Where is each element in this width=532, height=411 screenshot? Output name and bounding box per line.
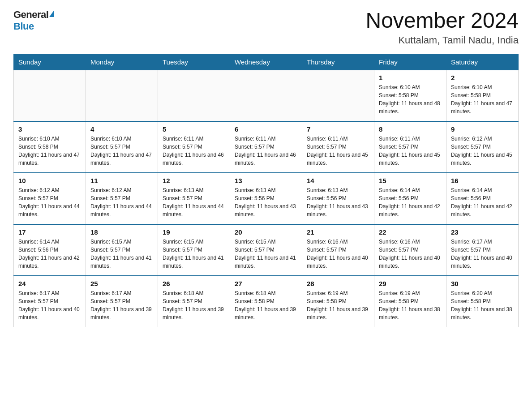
calendar-cell: 2Sunrise: 6:10 AMSunset: 5:58 PMDaylight… bbox=[446, 70, 519, 121]
day-info: Sunrise: 6:17 AMSunset: 5:57 PMDaylight:… bbox=[18, 289, 81, 321]
calendar-cell: 1Sunrise: 6:10 AMSunset: 5:58 PMDaylight… bbox=[374, 70, 446, 121]
day-info: Sunrise: 6:15 AMSunset: 5:57 PMDaylight:… bbox=[163, 238, 225, 270]
day-info: Sunrise: 6:12 AMSunset: 5:57 PMDaylight:… bbox=[90, 186, 153, 218]
calendar-cell: 8Sunrise: 6:11 AMSunset: 5:57 PMDaylight… bbox=[374, 121, 446, 173]
day-info: Sunrise: 6:10 AMSunset: 5:57 PMDaylight:… bbox=[90, 135, 153, 167]
calendar-cell: 6Sunrise: 6:11 AMSunset: 5:57 PMDaylight… bbox=[230, 121, 302, 173]
day-info: Sunrise: 6:14 AMSunset: 5:56 PMDaylight:… bbox=[379, 186, 442, 218]
day-number: 29 bbox=[379, 280, 442, 287]
day-info: Sunrise: 6:15 AMSunset: 5:57 PMDaylight:… bbox=[90, 238, 153, 270]
calendar-cell: 22Sunrise: 6:16 AMSunset: 5:57 PMDayligh… bbox=[374, 224, 446, 276]
day-number: 2 bbox=[451, 74, 514, 81]
calendar-cell: 30Sunrise: 6:20 AMSunset: 5:58 PMDayligh… bbox=[446, 276, 519, 327]
day-number: 8 bbox=[379, 125, 442, 133]
weekday-header-wednesday: Wednesday bbox=[230, 54, 302, 70]
calendar-cell: 10Sunrise: 6:12 AMSunset: 5:57 PMDayligh… bbox=[14, 173, 86, 224]
weekday-header-friday: Friday bbox=[374, 54, 446, 70]
day-info: Sunrise: 6:17 AMSunset: 5:57 PMDaylight:… bbox=[451, 238, 514, 270]
page-header: General Blue November 2024 Kuttalam, Tam… bbox=[13, 9, 519, 46]
weekday-header-tuesday: Tuesday bbox=[158, 54, 230, 70]
day-number: 7 bbox=[307, 125, 369, 133]
day-info: Sunrise: 6:20 AMSunset: 5:58 PMDaylight:… bbox=[451, 289, 514, 321]
day-number: 22 bbox=[379, 228, 442, 236]
day-number: 6 bbox=[235, 125, 297, 133]
day-number: 1 bbox=[379, 74, 442, 81]
weekday-header-row: SundayMondayTuesdayWednesdayThursdayFrid… bbox=[14, 54, 519, 70]
day-info: Sunrise: 6:11 AMSunset: 5:57 PMDaylight:… bbox=[307, 135, 369, 167]
logo-triangle-icon bbox=[49, 11, 54, 17]
calendar-cell bbox=[86, 70, 158, 121]
calendar-cell: 11Sunrise: 6:12 AMSunset: 5:57 PMDayligh… bbox=[86, 173, 158, 224]
day-number: 3 bbox=[18, 125, 81, 133]
day-info: Sunrise: 6:13 AMSunset: 5:56 PMDaylight:… bbox=[235, 186, 297, 218]
calendar-week-4: 17Sunrise: 6:14 AMSunset: 5:56 PMDayligh… bbox=[14, 224, 519, 276]
day-number: 25 bbox=[90, 280, 153, 287]
calendar-cell: 14Sunrise: 6:13 AMSunset: 5:56 PMDayligh… bbox=[302, 173, 374, 224]
calendar-cell: 9Sunrise: 6:12 AMSunset: 5:57 PMDaylight… bbox=[446, 121, 519, 173]
day-info: Sunrise: 6:13 AMSunset: 5:57 PMDaylight:… bbox=[163, 186, 225, 218]
day-info: Sunrise: 6:14 AMSunset: 5:56 PMDaylight:… bbox=[451, 186, 514, 218]
weekday-header-sunday: Sunday bbox=[14, 54, 86, 70]
day-number: 21 bbox=[307, 228, 369, 236]
calendar-cell: 25Sunrise: 6:17 AMSunset: 5:57 PMDayligh… bbox=[86, 276, 158, 327]
day-info: Sunrise: 6:18 AMSunset: 5:58 PMDaylight:… bbox=[235, 289, 297, 321]
calendar-cell: 19Sunrise: 6:15 AMSunset: 5:57 PMDayligh… bbox=[158, 224, 230, 276]
day-info: Sunrise: 6:11 AMSunset: 5:57 PMDaylight:… bbox=[379, 135, 442, 167]
weekday-header-saturday: Saturday bbox=[446, 54, 519, 70]
logo: General Blue bbox=[13, 9, 54, 32]
calendar-week-1: 1Sunrise: 6:10 AMSunset: 5:58 PMDaylight… bbox=[14, 70, 519, 121]
calendar-cell: 12Sunrise: 6:13 AMSunset: 5:57 PMDayligh… bbox=[158, 173, 230, 224]
day-info: Sunrise: 6:10 AMSunset: 5:58 PMDaylight:… bbox=[379, 83, 442, 116]
day-number: 28 bbox=[307, 280, 369, 287]
day-number: 11 bbox=[90, 177, 153, 184]
calendar-cell: 18Sunrise: 6:15 AMSunset: 5:57 PMDayligh… bbox=[86, 224, 158, 276]
day-info: Sunrise: 6:17 AMSunset: 5:57 PMDaylight:… bbox=[90, 289, 153, 321]
day-info: Sunrise: 6:13 AMSunset: 5:56 PMDaylight:… bbox=[307, 186, 369, 218]
day-number: 17 bbox=[18, 228, 81, 236]
title-block: November 2024 Kuttalam, Tamil Nadu, Indi… bbox=[365, 9, 519, 46]
day-number: 9 bbox=[451, 125, 514, 133]
day-info: Sunrise: 6:18 AMSunset: 5:57 PMDaylight:… bbox=[163, 289, 225, 321]
day-number: 19 bbox=[163, 228, 225, 236]
day-number: 18 bbox=[90, 228, 153, 236]
calendar-cell: 15Sunrise: 6:14 AMSunset: 5:56 PMDayligh… bbox=[374, 173, 446, 224]
day-info: Sunrise: 6:19 AMSunset: 5:58 PMDaylight:… bbox=[307, 289, 369, 321]
calendar-week-2: 3Sunrise: 6:10 AMSunset: 5:58 PMDaylight… bbox=[14, 121, 519, 173]
day-info: Sunrise: 6:12 AMSunset: 5:57 PMDaylight:… bbox=[18, 186, 81, 218]
calendar-cell bbox=[14, 70, 86, 121]
day-number: 12 bbox=[163, 177, 225, 184]
calendar-week-5: 24Sunrise: 6:17 AMSunset: 5:57 PMDayligh… bbox=[14, 276, 519, 327]
logo-general-text: General bbox=[13, 9, 48, 21]
day-number: 15 bbox=[379, 177, 442, 184]
day-info: Sunrise: 6:16 AMSunset: 5:57 PMDaylight:… bbox=[307, 238, 369, 270]
calendar-week-3: 10Sunrise: 6:12 AMSunset: 5:57 PMDayligh… bbox=[14, 173, 519, 224]
calendar-title: November 2024 bbox=[365, 9, 519, 33]
calendar-cell: 4Sunrise: 6:10 AMSunset: 5:57 PMDaylight… bbox=[86, 121, 158, 173]
day-number: 23 bbox=[451, 228, 514, 236]
calendar-cell: 5Sunrise: 6:11 AMSunset: 5:57 PMDaylight… bbox=[158, 121, 230, 173]
day-info: Sunrise: 6:15 AMSunset: 5:57 PMDaylight:… bbox=[235, 238, 297, 270]
calendar-cell: 16Sunrise: 6:14 AMSunset: 5:56 PMDayligh… bbox=[446, 173, 519, 224]
day-info: Sunrise: 6:10 AMSunset: 5:58 PMDaylight:… bbox=[18, 135, 81, 167]
calendar-table: SundayMondayTuesdayWednesdayThursdayFrid… bbox=[13, 54, 519, 327]
day-number: 4 bbox=[90, 125, 153, 133]
calendar-cell: 7Sunrise: 6:11 AMSunset: 5:57 PMDaylight… bbox=[302, 121, 374, 173]
day-number: 30 bbox=[451, 280, 514, 287]
day-number: 27 bbox=[235, 280, 297, 287]
day-number: 16 bbox=[451, 177, 514, 184]
calendar-cell bbox=[230, 70, 302, 121]
calendar-cell: 3Sunrise: 6:10 AMSunset: 5:58 PMDaylight… bbox=[14, 121, 86, 173]
calendar-cell: 21Sunrise: 6:16 AMSunset: 5:57 PMDayligh… bbox=[302, 224, 374, 276]
day-number: 20 bbox=[235, 228, 297, 236]
calendar-cell: 24Sunrise: 6:17 AMSunset: 5:57 PMDayligh… bbox=[14, 276, 86, 327]
calendar-cell bbox=[302, 70, 374, 121]
day-number: 13 bbox=[235, 177, 297, 184]
day-number: 24 bbox=[18, 280, 81, 287]
calendar-cell: 29Sunrise: 6:19 AMSunset: 5:58 PMDayligh… bbox=[374, 276, 446, 327]
weekday-header-monday: Monday bbox=[86, 54, 158, 70]
logo-blue-text: Blue bbox=[13, 21, 34, 32]
day-info: Sunrise: 6:10 AMSunset: 5:58 PMDaylight:… bbox=[451, 83, 514, 116]
calendar-cell: 20Sunrise: 6:15 AMSunset: 5:57 PMDayligh… bbox=[230, 224, 302, 276]
day-number: 14 bbox=[307, 177, 369, 184]
day-info: Sunrise: 6:14 AMSunset: 5:56 PMDaylight:… bbox=[18, 238, 81, 270]
